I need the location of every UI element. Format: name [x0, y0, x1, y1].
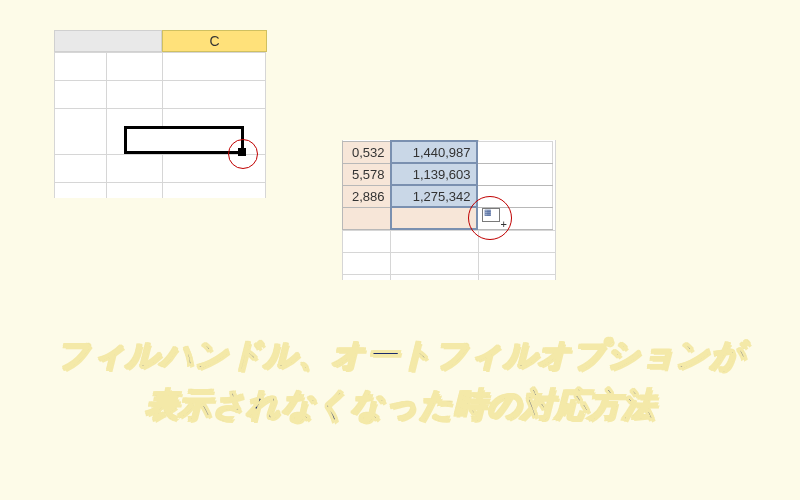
selected-cell[interactable]: [124, 126, 244, 154]
cell-partial: 0,532: [343, 141, 391, 163]
table-row: 2,886 1,275,342: [343, 185, 553, 207]
table-row: 0,532 1,440,987: [343, 141, 553, 163]
excel-snippet-autofill-option: 0,532 1,440,987 5,578 1,139,603 2,886 1,…: [342, 140, 556, 280]
fill-handle[interactable]: [238, 148, 246, 156]
cell-value: 1,440,987: [391, 141, 477, 163]
article-headline: フィルハンドル、オートフィルオプションが 表示されなくなった時の対応方法: [0, 330, 800, 429]
column-header-c: C: [162, 30, 267, 52]
table-row: 5,578 1,139,603: [343, 163, 553, 185]
data-table: 0,532 1,440,987 5,578 1,139,603 2,886 1,…: [342, 140, 553, 230]
cell-partial: 2,886: [343, 185, 391, 207]
headline-line-2: 表示されなくなった時の対応方法: [0, 380, 800, 430]
headline-line-1: フィルハンドル、オートフィルオプションが: [0, 330, 800, 380]
autofill-options-button[interactable]: ▦: [482, 208, 500, 222]
table-row-empty: [343, 207, 553, 229]
cell-value: 1,139,603: [391, 163, 477, 185]
excel-snippet-fill-handle: C: [54, 30, 266, 198]
grid-lines: [54, 30, 266, 198]
cell-value: 1,275,342: [391, 185, 477, 207]
column-header-blank: [54, 30, 162, 52]
cell-partial: 5,578: [343, 163, 391, 185]
